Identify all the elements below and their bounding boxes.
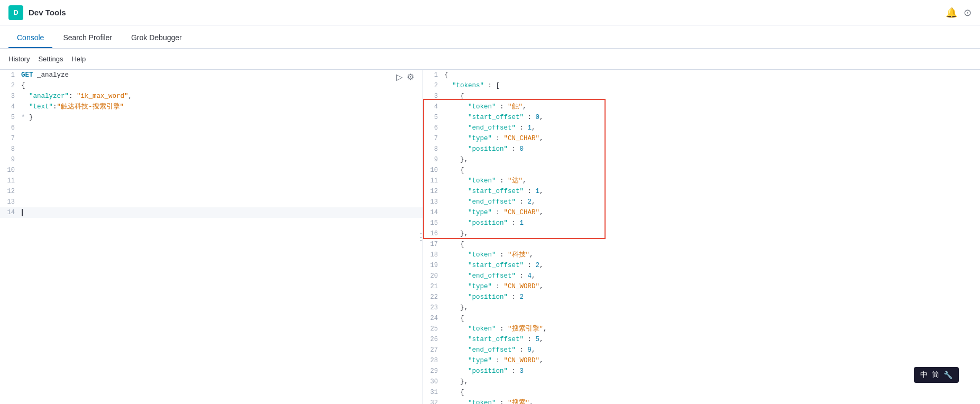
code-line: 31 { [423,387,980,398]
top-bar: D Dev Tools 🔔 ⊙ [0,0,980,25]
code-line: 2 { [0,80,423,91]
code-line: 22 "position" : 2 [423,292,980,302]
ime-settings[interactable]: 🔧 [944,371,952,379]
code-line: 2 "tokens" : [ [423,80,980,91]
right-editor-panel: 1 { 2 "tokens" : [ 3 { 4 "token" : "触", [423,70,980,404]
top-bar-right: 🔔 ⊙ [946,7,972,19]
code-line: 3 "analyzer": "ik_max_word", [0,91,423,102]
settings-button[interactable]: Settings [38,55,63,63]
code-line: 18 "token" : "科技", [423,250,980,260]
editor-actions: ▷ ⚙ [396,72,414,82]
code-line: 27 "end_offset" : 9, [423,345,980,355]
code-line: 5 "start_offset" : 0, [423,112,980,123]
code-line: 4 "text":"触达科技-搜索引擎" [0,102,423,112]
code-line: 6 "end_offset" : 1, [423,123,980,133]
code-line: 14 "type" : "CN_CHAR", [423,207,980,218]
code-line: 32 "token" : "搜索", [423,398,980,404]
code-line: 1 GET _analyze [0,70,423,80]
cursor-line: 14 [0,207,423,218]
code-line: 4 "token" : "触", [423,102,980,112]
code-line: 30 }, [423,377,980,387]
notifications-icon[interactable]: 🔔 [946,7,957,19]
code-line: 3 { [423,91,980,102]
code-line: 19 "start_offset" : 2, [423,260,980,271]
code-line: 8 [0,144,423,154]
toolbar: History Settings Help [0,49,980,70]
code-line: 21 "type" : "CN_WORD", [423,281,980,292]
left-code-editor[interactable]: 1 GET _analyze 2 { 3 "analyzer": "ik_max… [0,70,423,404]
code-line: 12 [0,186,423,197]
tab-console[interactable]: Console [8,28,52,48]
code-line: 7 [0,133,423,144]
settings-icon[interactable]: ⚙ [407,72,414,82]
code-line: 5 * } [0,112,423,123]
tab-grok-debugger[interactable]: Grok Debugger [123,28,190,48]
run-button[interactable]: ▷ [396,72,402,82]
code-line: 1 { [423,70,980,80]
code-line: 8 "position" : 0 [423,144,980,154]
code-line: 9 }, [423,154,980,165]
right-code-editor[interactable]: 1 { 2 "tokens" : [ 3 { 4 "token" : "触", [423,70,980,404]
code-line: 6 [0,123,423,133]
nav-tabs: Console Search Profiler Grok Debugger [0,25,980,49]
code-line: 10 { [423,165,980,176]
code-line: 28 "type" : "CN_WORD", [423,355,980,366]
code-line: 7 "type" : "CN_CHAR", [423,133,980,144]
code-line: 25 "token" : "搜索引擎", [423,324,980,334]
code-line: 16 }, [423,228,980,239]
app-avatar: D [8,5,23,20]
code-line: 13 [0,197,423,207]
code-line: 15 "position" : 1 [423,218,980,228]
code-line: 23 }, [423,302,980,313]
code-line: 11 [0,176,423,186]
code-line: 20 "end_offset" : 4, [423,271,980,281]
code-line: 26 "start_offset" : 5, [423,334,980,345]
main-content: ▷ ⚙ 1 GET _analyze 2 { 3 "analyzer": "ik… [0,70,980,404]
app-title: Dev Tools [29,8,66,17]
code-line: 29 "position" : 3 [423,366,980,377]
code-line: 10 [0,165,423,176]
panel-resize-handle[interactable]: ⋮ [418,70,423,404]
code-line: 17 { [423,239,980,250]
history-button[interactable]: History [8,55,30,63]
code-line: 24 { [423,313,980,324]
ime-simplified[interactable]: 简 [932,370,939,380]
share-icon[interactable]: ⊙ [964,7,972,19]
tab-search-profiler[interactable]: Search Profiler [54,28,121,48]
ime-toolbar: 中 简 🔧 [914,367,959,383]
code-line: 12 "start_offset" : 1, [423,186,980,197]
help-button[interactable]: Help [71,55,86,63]
code-line: 13 "end_offset" : 2, [423,197,980,207]
code-line: 11 "token" : "达", [423,176,980,186]
code-line: 9 [0,154,423,165]
ime-chinese[interactable]: 中 [920,370,928,380]
left-editor-panel: ▷ ⚙ 1 GET _analyze 2 { 3 "analyzer": "ik… [0,70,423,404]
